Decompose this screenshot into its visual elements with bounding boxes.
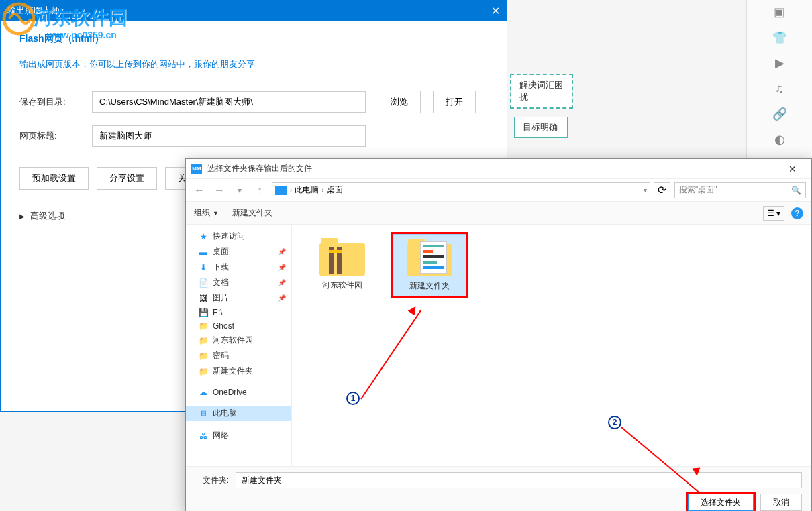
share-button[interactable]: 分享设置 xyxy=(97,167,157,190)
export-title-text: 输出脑图大师 xyxy=(7,5,60,17)
toggle-icon[interactable]: ◐ xyxy=(773,133,786,146)
folder-name-label: 文件夹: xyxy=(195,475,229,486)
open-button[interactable]: 打开 xyxy=(433,91,476,113)
cancel-button[interactable]: 取消 xyxy=(760,494,802,511)
tree-pictures[interactable]: 🖼图片📌 xyxy=(186,290,291,306)
annotation-1: 1 xyxy=(346,392,360,405)
tree-downloads[interactable]: ⬇下载📌 xyxy=(186,260,291,275)
folder-name-input[interactable] xyxy=(236,472,802,488)
chevron-right-icon: ▶ xyxy=(19,213,25,220)
back-icon[interactable]: ← xyxy=(191,182,207,198)
export-titlebar: 输出脑图大师 ✕ xyxy=(1,1,507,21)
search-icon: 🔍 xyxy=(791,186,801,195)
file-dialog-footer: 文件夹: 选择文件夹 取消 xyxy=(186,466,811,511)
mindmap-node[interactable]: 目标明确 xyxy=(514,117,568,138)
select-folder-button[interactable]: 选择文件夹 xyxy=(688,494,754,511)
shirt-icon[interactable]: 👕 xyxy=(773,31,786,44)
help-icon[interactable]: ? xyxy=(791,207,803,219)
tree-desktop[interactable]: ▬桌面📌 xyxy=(186,244,291,260)
tree-quick-access[interactable]: ★快速访问 xyxy=(186,229,291,244)
refresh-icon[interactable]: ⟳ xyxy=(654,182,670,198)
tree-ghost[interactable]: 📁Ghost xyxy=(186,319,291,333)
close-icon[interactable]: ✕ xyxy=(491,5,500,17)
tree-new-folder[interactable]: 📁新建文件夹 xyxy=(186,363,291,379)
tree-password[interactable]: 📁密码 xyxy=(186,348,291,363)
folder-item-hedong[interactable]: 河东软件园 xyxy=(305,234,379,295)
tree-drive-e[interactable]: 💾E:\ xyxy=(186,306,291,319)
tree-hedong[interactable]: 📁河东软件园 xyxy=(186,333,291,348)
breadcrumb[interactable]: › 此电脑 › 桌面 ▾ xyxy=(272,182,650,198)
search-input[interactable]: 搜索"桌面" 🔍 xyxy=(674,182,806,198)
forward-icon[interactable]: → xyxy=(211,182,227,198)
file-browser-dialog: MM 选择文件夹保存输出后的文件 ✕ ← → ▾ ↑ › 此电脑 › 桌面 ▾ … xyxy=(185,158,812,511)
export-description: 输出成网页版本，你可以上传到你的网站中，跟你的朋友分享 xyxy=(19,58,488,70)
page-title-label: 网页标题: xyxy=(19,130,80,142)
browse-button[interactable]: 浏览 xyxy=(378,91,421,113)
save-dir-input[interactable] xyxy=(92,91,366,113)
file-dialog-titlebar: MM 选择文件夹保存输出后的文件 ✕ xyxy=(186,159,811,179)
organize-menu[interactable]: 组织▼ xyxy=(194,207,219,219)
mindmap-node[interactable]: 解决词汇困扰 xyxy=(510,74,573,109)
up-icon[interactable]: ↑ xyxy=(252,182,268,198)
folder-content: 河东软件园 新建文件夹 xyxy=(292,225,811,466)
folder-tree: ★快速访问 ▬桌面📌 ⬇下载📌 📄文档📌 🖼图片📌 💾E:\ 📁Ghost 📁河… xyxy=(186,225,292,466)
folder-item-new-folder[interactable]: 新建文件夹 xyxy=(393,234,466,296)
tree-network[interactable]: 🖧网络 xyxy=(186,428,291,443)
app-icon: MM xyxy=(191,164,202,174)
page-title-input[interactable] xyxy=(92,125,366,147)
save-dir-label: 保存到目录: xyxy=(19,96,80,108)
nav-bar: ← → ▾ ↑ › 此电脑 › 桌面 ▾ ⟳ 搜索"桌面" 🔍 xyxy=(186,179,811,202)
close-icon[interactable]: ✕ xyxy=(779,164,806,174)
tree-onedrive[interactable]: ☁OneDrive xyxy=(186,386,291,399)
comment-icon[interactable]: ▣ xyxy=(773,5,786,19)
file-toolbar: 组织▼ 新建文件夹 ☰ ▾ ? xyxy=(186,202,811,225)
play-icon[interactable]: ▶ xyxy=(773,56,786,70)
pc-icon xyxy=(275,186,287,195)
tree-documents[interactable]: 📄文档📌 xyxy=(186,275,291,290)
tree-this-pc[interactable]: 🖥此电脑 xyxy=(186,406,291,421)
annotation-2: 2 xyxy=(608,416,621,429)
recent-icon[interactable]: ▾ xyxy=(232,182,248,198)
preload-button[interactable]: 预加载设置 xyxy=(19,167,89,190)
view-button[interactable]: ☰ ▾ xyxy=(763,206,784,221)
link-icon[interactable]: 🔗 xyxy=(773,107,786,121)
file-dialog-title: 选择文件夹保存输出后的文件 xyxy=(207,163,312,174)
new-folder-button[interactable]: 新建文件夹 xyxy=(232,207,272,219)
export-subtitle: Flash网页（.html） xyxy=(19,33,488,45)
music-icon[interactable]: ♫ xyxy=(773,82,786,95)
arrow-head-icon xyxy=(692,467,701,476)
